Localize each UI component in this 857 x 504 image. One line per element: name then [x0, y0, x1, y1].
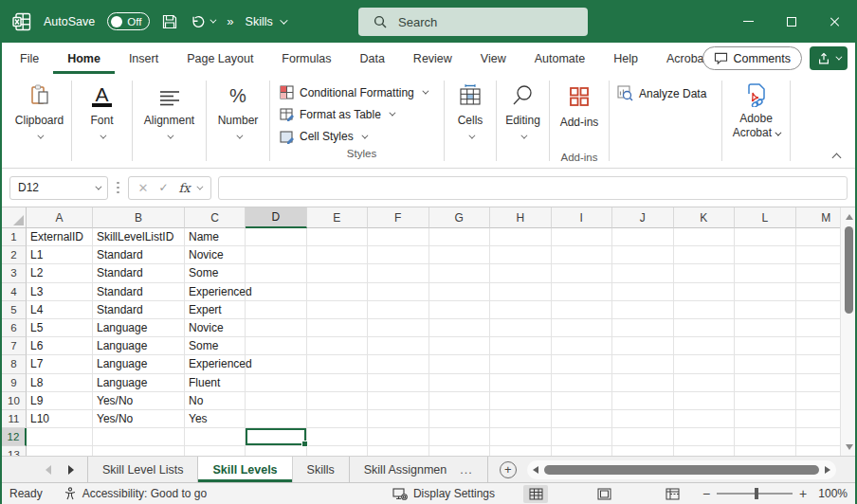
cell-L13[interactable]	[735, 446, 796, 456]
cell-K6[interactable]	[674, 319, 736, 337]
alignment-group-button[interactable]: Alignment	[133, 74, 206, 168]
insert-function-icon[interactable]: fx	[178, 181, 190, 195]
sheet-tab-skill-levels[interactable]: Skill Levels	[198, 457, 292, 482]
formula-bar-input[interactable]	[218, 176, 848, 200]
cell-J5[interactable]	[612, 301, 674, 319]
cell-L7[interactable]	[735, 337, 796, 355]
cell-H6[interactable]	[490, 319, 552, 337]
cell-K7[interactable]	[674, 337, 736, 355]
cell-D12[interactable]	[246, 428, 307, 446]
cell-I12[interactable]	[552, 428, 613, 446]
cell-G11[interactable]	[429, 410, 491, 428]
cell-E8[interactable]	[307, 355, 369, 373]
cell-L8[interactable]	[735, 355, 796, 373]
select-all-button[interactable]	[2, 207, 27, 228]
quick-access-overflow-button[interactable]: »	[227, 14, 232, 28]
cell-K8[interactable]	[674, 355, 736, 373]
cell-G3[interactable]	[429, 264, 491, 282]
cell-H5[interactable]	[490, 301, 552, 319]
column-header-D[interactable]: D	[246, 207, 307, 228]
cell-A8[interactable]: L7	[27, 355, 93, 373]
cell-A9[interactable]: L8	[27, 374, 93, 392]
cell-F5[interactable]	[368, 301, 429, 319]
sheet-tab-skills[interactable]: Skills	[293, 457, 350, 482]
name-box[interactable]: D12	[9, 176, 108, 200]
cell-C7[interactable]: Some	[185, 337, 246, 355]
cell-K2[interactable]	[674, 246, 736, 264]
cell-H13[interactable]	[490, 446, 552, 456]
cell-A2[interactable]: L1	[27, 246, 93, 264]
cell-G2[interactable]	[429, 246, 491, 264]
cell-B2[interactable]: Standard	[93, 246, 185, 264]
sheet-tab-skill-level-lists[interactable]: Skill Level Lists	[87, 457, 198, 482]
previous-sheet-button[interactable]	[46, 465, 51, 475]
page-layout-view-button[interactable]	[592, 485, 616, 503]
column-header-K[interactable]: K	[674, 207, 736, 228]
row-header-5[interactable]: 5	[2, 301, 27, 319]
row-header-1[interactable]: 1	[2, 228, 27, 246]
cell-F10[interactable]	[368, 392, 429, 410]
minimize-button[interactable]	[726, 0, 770, 43]
cell-A5[interactable]: L4	[27, 301, 93, 319]
cell-D5[interactable]	[246, 301, 307, 319]
cell-F13[interactable]	[368, 446, 429, 456]
row-header-8[interactable]: 8	[2, 355, 27, 373]
cell-C8[interactable]: Experienced	[185, 355, 246, 373]
column-header-B[interactable]: B	[93, 207, 185, 228]
cell-E12[interactable]	[307, 428, 369, 446]
cell-H7[interactable]	[490, 337, 552, 355]
zoom-level[interactable]: 100%	[810, 487, 848, 500]
cell-E5[interactable]	[307, 301, 369, 319]
cell-B1[interactable]: SkillLevelListID	[93, 228, 185, 246]
vertical-scrollbar-thumb[interactable]	[845, 226, 853, 314]
number-group-button[interactable]: % Number	[207, 74, 269, 168]
ribbon-tab-automate[interactable]: Automate	[520, 43, 600, 74]
cell-D9[interactable]	[246, 374, 307, 392]
cell-styles-button[interactable]: Cell Styles	[280, 126, 366, 148]
ribbon-tab-file[interactable]: File	[6, 43, 53, 74]
cell-A3[interactable]: L2	[27, 264, 93, 282]
cell-I4[interactable]	[552, 283, 613, 301]
cell-D13[interactable]	[246, 446, 307, 456]
row-header-2[interactable]: 2	[2, 246, 27, 264]
cell-E6[interactable]	[307, 319, 369, 337]
ribbon-tab-home[interactable]: Home	[53, 43, 115, 74]
row-header-10[interactable]: 10	[2, 392, 27, 410]
cell-K3[interactable]	[674, 264, 736, 282]
cell-I3[interactable]	[552, 264, 613, 282]
cell-G9[interactable]	[429, 374, 491, 392]
cell-G4[interactable]	[429, 283, 491, 301]
cell-C12[interactable]	[185, 428, 246, 446]
cell-L5[interactable]	[735, 301, 796, 319]
cell-B4[interactable]: Standard	[93, 283, 185, 301]
cell-H9[interactable]	[490, 374, 552, 392]
cell-F4[interactable]	[368, 283, 429, 301]
confirm-entry-icon[interactable]: ✓	[158, 181, 168, 194]
font-group-button[interactable]: A Font	[72, 74, 132, 168]
cell-C4[interactable]: Experienced	[185, 283, 246, 301]
cell-C13[interactable]	[185, 446, 246, 456]
row-header-4[interactable]: 4	[2, 283, 27, 301]
cell-C11[interactable]: Yes	[185, 410, 246, 428]
row-header-9[interactable]: 9	[2, 374, 27, 392]
cell-I6[interactable]	[552, 319, 613, 337]
scroll-right-icon[interactable]	[825, 466, 830, 474]
analyze-data-button[interactable]: Analyze Data	[617, 85, 721, 101]
cell-C1[interactable]: Name	[185, 228, 246, 246]
undo-button[interactable]	[190, 14, 214, 29]
cell-B11[interactable]: Yes/No	[93, 410, 185, 428]
cell-C5[interactable]: Expert	[185, 301, 246, 319]
cell-F11[interactable]	[368, 410, 429, 428]
cell-C6[interactable]: Novice	[185, 319, 246, 337]
cell-D7[interactable]	[246, 337, 307, 355]
cell-A11[interactable]: L10	[27, 410, 93, 428]
cell-F7[interactable]	[368, 337, 429, 355]
cell-J8[interactable]	[612, 355, 674, 373]
format-as-table-button[interactable]: Format as Table	[280, 103, 393, 125]
cell-G8[interactable]	[429, 355, 491, 373]
cell-J7[interactable]	[612, 337, 674, 355]
cell-I9[interactable]	[552, 374, 613, 392]
column-header-C[interactable]: C	[185, 207, 246, 228]
cell-G1[interactable]	[429, 228, 491, 246]
cell-I1[interactable]	[552, 228, 613, 246]
